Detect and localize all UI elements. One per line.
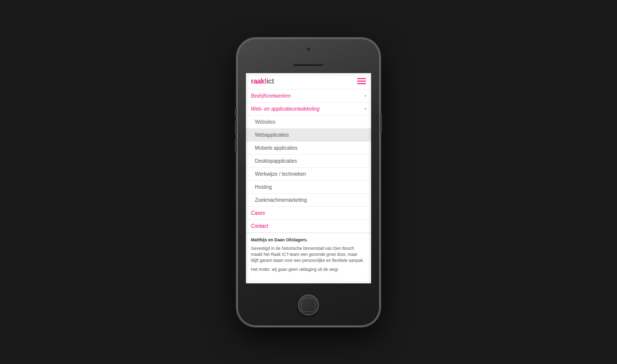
home-button-inner (301, 298, 316, 312)
nav-label-webapplicaties: Webapplicaties (255, 132, 289, 138)
nav-label-websites: Websites (255, 119, 275, 125)
navigation-menu: Bedrijfsnetwerken ▾ Web- en applicatieon… (246, 90, 371, 283)
volume-down-button[interactable] (235, 138, 237, 152)
front-camera (306, 47, 311, 51)
chevron-down-icon: ▾ (364, 94, 366, 98)
phone-bottom (237, 283, 380, 326)
nav-label-hosting: Hosting (255, 184, 272, 190)
site-logo: raak!ict (251, 77, 274, 85)
power-button[interactable] (380, 113, 382, 133)
hamburger-menu-button[interactable] (357, 78, 366, 84)
content-paragraph-1: Gevestigd in de historische binnenstad v… (251, 246, 366, 264)
site-header: raak!ict (246, 73, 371, 90)
nav-item-web-applicatieontwikkeling[interactable]: Web- en applicatieontwikkeling ▾ (246, 103, 371, 116)
nav-label-web-applicatieontwikkeling: Web- en applicatieontwikkeling (251, 106, 320, 112)
content-bold-text: Matthijs en Daan Olislagers. (251, 237, 366, 243)
nav-item-webapplicaties[interactable]: Webapplicaties (246, 129, 371, 142)
nav-label-desktopapplicaties: Desktopapplicaties (255, 158, 297, 164)
nav-label-bedrijfsnetwerken: Bedrijfsnetwerken (251, 93, 290, 99)
nav-item-werkwijze-technieken[interactable]: Werkwijze / technieken (246, 168, 371, 181)
hamburger-line-2 (357, 81, 366, 82)
content-paragraph-2: Het motto: wij gaan geen uitdaging uit d… (251, 267, 366, 273)
home-button[interactable] (298, 294, 319, 315)
nav-item-zoekmachinemarketing[interactable]: Zoekmachinemarketing (246, 194, 371, 207)
nav-item-websites[interactable]: Websites (246, 116, 371, 129)
nav-label-zoekmachinemarketing: Zoekmachinemarketing (255, 197, 307, 203)
nav-label-cases: Cases (251, 210, 265, 216)
nav-item-hosting[interactable]: Hosting (246, 181, 371, 194)
logo-ict: ict (266, 77, 274, 85)
speaker (293, 64, 324, 66)
volume-mute-button[interactable] (235, 108, 237, 117)
phone-screen: raak!ict Bedrijfsnetwerken ▾ Web- en app… (246, 73, 371, 283)
logo-raak: raak! (251, 77, 266, 85)
nav-label-contact: Contact (251, 223, 268, 229)
nav-label-werkwijze-technieken: Werkwijze / technieken (255, 171, 306, 177)
nav-item-mobiele-applicaties[interactable]: Mobiele applicaties (246, 142, 371, 155)
chevron-down-icon: ▾ (364, 107, 366, 111)
website-content: raak!ict Bedrijfsnetwerken ▾ Web- en app… (246, 73, 371, 283)
nav-label-mobiele-applicaties: Mobiele applicaties (255, 145, 297, 151)
hamburger-line-3 (357, 83, 366, 84)
phone-shell: raak!ict Bedrijfsnetwerken ▾ Web- en app… (236, 37, 381, 327)
nav-item-cases[interactable]: Cases (246, 207, 371, 220)
hamburger-line-1 (357, 78, 366, 79)
page-content-area: Matthijs en Daan Olislagers. Gevestigd i… (246, 233, 371, 280)
phone-top (237, 38, 380, 73)
nav-item-desktopapplicaties[interactable]: Desktopapplicaties (246, 155, 371, 168)
nav-item-contact[interactable]: Contact (246, 220, 371, 233)
volume-up-button[interactable] (235, 121, 237, 135)
nav-item-bedrijfsnetwerken[interactable]: Bedrijfsnetwerken ▾ (246, 90, 371, 103)
